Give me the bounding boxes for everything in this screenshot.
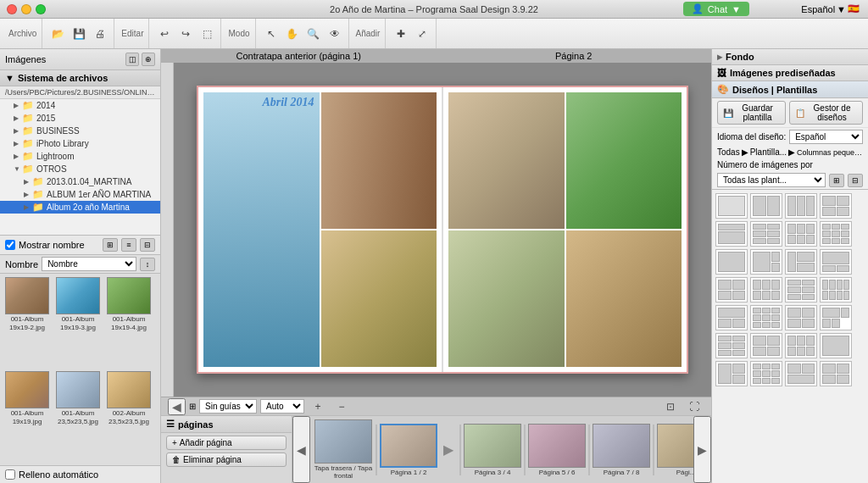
designs-header[interactable]: 🎨 Diseños | Plantillas bbox=[712, 81, 868, 98]
hand-tool[interactable]: ✋ bbox=[282, 24, 303, 44]
frame-button[interactable]: ⤢ bbox=[412, 24, 432, 44]
filmstrip-item-1[interactable]: Página 1 / 2 bbox=[380, 424, 437, 476]
filmstrip-item-0[interactable]: Tapa trasera / Tapa frontal bbox=[314, 419, 373, 480]
template-4-col4[interactable] bbox=[820, 277, 852, 303]
template-3-col1[interactable] bbox=[715, 249, 748, 275]
template-4-col3[interactable] bbox=[785, 277, 817, 303]
thumb-item-2[interactable]: 001-Album19x19-3.jpg bbox=[54, 277, 102, 368]
template-7-col3[interactable] bbox=[785, 361, 817, 386]
scroll-left-btn[interactable]: ◀ bbox=[168, 398, 186, 415]
photo-cell-3[interactable] bbox=[321, 230, 437, 367]
canvas-area[interactable]: Abril 2014 bbox=[161, 63, 711, 397]
file-tree-header[interactable]: ▼ Sistema de archivos bbox=[0, 70, 160, 86]
template-grid-view[interactable]: ⊞ bbox=[829, 174, 844, 187]
file-menu-label[interactable]: Archivo bbox=[7, 29, 38, 38]
add-page-button[interactable]: + Añadir página bbox=[166, 436, 287, 450]
template-2-col4[interactable] bbox=[820, 221, 852, 247]
panel-icon-2[interactable]: ⊕ bbox=[142, 53, 155, 66]
template-3-col4[interactable] bbox=[820, 249, 852, 275]
fondo-header[interactable]: ▶ Fondo bbox=[712, 49, 868, 64]
idioma-select[interactable]: Español bbox=[789, 130, 863, 144]
template-4-col1[interactable] bbox=[715, 277, 748, 303]
save-button[interactable]: 💾 bbox=[69, 24, 89, 44]
sort-select[interactable]: Nombre Fecha Tamaño bbox=[42, 257, 136, 271]
template-1-col3[interactable] bbox=[785, 193, 817, 219]
chat-button[interactable]: 👤 Chat ▼ bbox=[683, 2, 749, 16]
autofill-checkbox[interactable] bbox=[5, 469, 15, 480]
fullscreen-btn[interactable]: ⛶ bbox=[684, 397, 704, 417]
show-name-checkbox[interactable] bbox=[5, 240, 15, 250]
remove-page-button[interactable]: 🗑 Eliminar página bbox=[166, 452, 287, 467]
minimize-btn[interactable] bbox=[21, 4, 31, 14]
tree-item-album1[interactable]: ▶ 📁 ALBUM 1er AÑO MARTINA bbox=[0, 188, 160, 201]
template-3-col2[interactable] bbox=[750, 249, 782, 275]
mode-menu-label[interactable]: Modo bbox=[226, 29, 251, 38]
template-6-col4[interactable] bbox=[820, 333, 852, 358]
detail-view-btn[interactable]: ⊟ bbox=[140, 238, 155, 252]
grid-view-btn[interactable]: ⊞ bbox=[103, 238, 118, 252]
tree-item-iphoto[interactable]: ▶ 📁 iPhoto Library bbox=[0, 137, 160, 150]
template-3-col3[interactable] bbox=[785, 249, 817, 275]
filmstrip-item-pagination-arrow[interactable]: ▶ bbox=[440, 441, 457, 458]
template-list-view[interactable]: ⊟ bbox=[848, 174, 863, 187]
zoom-out-btn[interactable]: − bbox=[331, 397, 352, 417]
thumb-item-4[interactable]: 001-Album19x19.jpg bbox=[3, 371, 51, 462]
filmstrip-item-4[interactable]: Página 7 / 8 bbox=[593, 424, 650, 476]
close-btn[interactable] bbox=[7, 4, 17, 14]
undo-button[interactable]: ↩ bbox=[154, 24, 175, 44]
filmstrip-scroll-right[interactable]: ▶ bbox=[693, 416, 711, 483]
template-6-col1[interactable] bbox=[715, 333, 748, 358]
maximize-btn[interactable] bbox=[36, 4, 46, 14]
guides-select[interactable]: Sin guías bbox=[199, 399, 257, 414]
template-7-col4[interactable] bbox=[820, 361, 852, 386]
filmstrip-item-5[interactable]: Pági... bbox=[657, 424, 693, 476]
template-2-col1[interactable] bbox=[715, 221, 748, 247]
panel-icon-1[interactable]: ◫ bbox=[125, 53, 139, 66]
add-button[interactable]: ✚ bbox=[391, 24, 411, 44]
list-view-btn[interactable]: ≡ bbox=[121, 238, 136, 252]
template-7-col2[interactable] bbox=[750, 361, 782, 386]
template-1-col4[interactable] bbox=[820, 193, 852, 219]
thumb-item-5[interactable]: 001-Album23,5x23,5.jpg bbox=[54, 371, 102, 462]
photo-cell-5[interactable] bbox=[566, 92, 682, 229]
sort-order-btn[interactable]: ↕ bbox=[140, 258, 155, 271]
template-2-col3[interactable] bbox=[785, 221, 817, 247]
photo-cell-4[interactable] bbox=[448, 92, 565, 229]
language-selector[interactable]: Español ▼ 🇪🇸 bbox=[801, 3, 860, 14]
tree-item-otros[interactable]: ▼ 📁 OTROS bbox=[0, 163, 160, 175]
add-menu-label[interactable]: Añadir bbox=[354, 29, 382, 38]
design-manager-button[interactable]: 📋 Gestor de diseños bbox=[789, 101, 863, 125]
photo-cell-7[interactable] bbox=[566, 230, 682, 367]
template-6-col3[interactable] bbox=[785, 333, 817, 358]
zoom-select[interactable]: Auto 50% 75% 100% bbox=[260, 399, 304, 414]
tree-item-album2[interactable]: ▶ 📁 Album 2o año Martina bbox=[0, 201, 160, 214]
photo-cell-6[interactable] bbox=[448, 230, 565, 367]
print-button[interactable]: 🖨 bbox=[90, 24, 110, 44]
filmstrip-item-3[interactable]: Página 5 / 6 bbox=[528, 424, 586, 476]
tree-item-business[interactable]: ▶ 📁 BUSINESS bbox=[0, 125, 160, 137]
template-7-col1[interactable] bbox=[715, 361, 748, 386]
open-button[interactable]: 📂 bbox=[47, 24, 68, 44]
template-4-col2[interactable] bbox=[750, 277, 782, 303]
template-2-col2[interactable] bbox=[750, 221, 782, 247]
filmstrip-scroll-left[interactable]: ◀ bbox=[292, 416, 310, 483]
template-1-col1[interactable] bbox=[715, 193, 748, 219]
save-template-button[interactable]: 💾 Guardar plantilla bbox=[717, 101, 786, 125]
tree-item-2015[interactable]: ▶ 📁 2015 bbox=[0, 112, 160, 125]
all-templates-select[interactable]: Todas las plant... bbox=[717, 173, 826, 187]
prediseñadas-header[interactable]: 🖼 Imágenes prediseñadas bbox=[712, 65, 868, 80]
cursor-tool[interactable]: ↖ bbox=[261, 24, 281, 44]
fit-btn[interactable]: ⊡ bbox=[660, 397, 681, 417]
template-5-col2[interactable] bbox=[750, 305, 782, 330]
photo-cell-2[interactable]: Abril 2014 bbox=[203, 92, 320, 367]
template-5-col4[interactable] bbox=[820, 305, 852, 330]
filmstrip-item-2[interactable]: Página 3 / 4 bbox=[464, 424, 521, 476]
template-1-col2[interactable] bbox=[750, 193, 782, 219]
thumb-item-3[interactable]: 001-Album19x19-4.jpg bbox=[105, 277, 153, 368]
tree-item-2014[interactable]: ▶ 📁 2014 bbox=[0, 99, 160, 112]
thumb-item-1[interactable]: 001-Album19x19-2.jpg bbox=[3, 277, 51, 368]
extra-button[interactable]: ⬚ bbox=[197, 24, 217, 44]
zoom-in-btn[interactable]: + bbox=[308, 397, 328, 417]
redo-button[interactable]: ↪ bbox=[175, 24, 196, 44]
tree-item-2013[interactable]: ▶ 📁 2013.01.04_MARTINA bbox=[0, 175, 160, 188]
